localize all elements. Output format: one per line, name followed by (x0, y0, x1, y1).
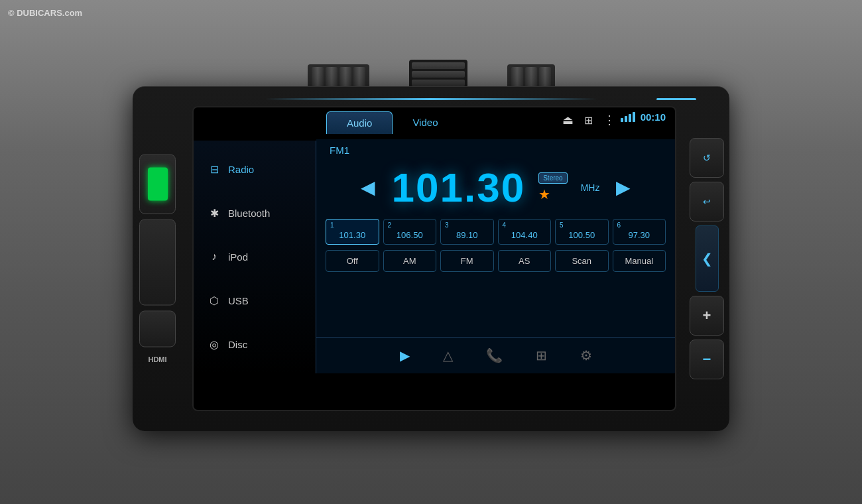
preset-button-3[interactable]: 3 89.10 (440, 219, 494, 245)
menu-item-ipod[interactable]: ♪ iPod (194, 244, 316, 269)
left-chevron-icon: ❮ (702, 251, 713, 267)
tab-video[interactable]: Video (393, 111, 458, 134)
signal-bar-3 (629, 114, 631, 122)
freq-next-button[interactable]: ▶ (613, 173, 634, 202)
scan-button[interactable]: Scan (555, 250, 609, 272)
usb-icon: ⬡ (207, 294, 221, 307)
eject-icon[interactable]: ⏏ (562, 113, 574, 127)
minus-icon: − (703, 351, 711, 368)
vent-h-slat (412, 62, 465, 69)
menu-item-radio[interactable]: ⊟ Radio (194, 157, 316, 182)
sidebar-menu: ⊟ Radio ✱ Bluetooth ♪ iPod ⬡ USB ◎ Dis (194, 141, 316, 373)
preset-num-6: 6 (617, 221, 621, 229)
menu-item-disc[interactable]: ◎ Disc (194, 332, 316, 357)
car-interior: © DUBICARS.com (0, 0, 862, 504)
vent-h-slat (412, 80, 465, 86)
green-indicator (148, 168, 168, 201)
preset-freq-3: 89.10 (444, 230, 491, 240)
menu-item-bluetooth[interactable]: ✱ Bluetooth (194, 200, 316, 226)
watermark: © DUBICARS.com (8, 8, 82, 18)
preset-num-5: 5 (560, 221, 564, 229)
right-panel: ↺ ↩ ❮ + − (690, 138, 724, 379)
preset-num-3: 3 (445, 221, 449, 229)
preset-num-2: 2 (388, 221, 392, 229)
freq-unit-area: Stereo ★ (538, 172, 567, 202)
preset-freq-2: 106.50 (387, 230, 434, 240)
preset-num-4: 4 (503, 221, 507, 229)
bluetooth-icon: ✱ (207, 207, 221, 220)
preset-button-1[interactable]: 1 101.30 (326, 219, 379, 245)
preset-button-5[interactable]: 5 100.50 (555, 219, 609, 245)
band-label: FM1 (330, 145, 349, 156)
apps-icon: ⊞ (536, 347, 547, 363)
as-button[interactable]: AS (498, 250, 552, 272)
fm-display: FM1 (316, 139, 675, 158)
frequency-area: ◀ 101.30 Stereo ★ MHz ▶ (316, 158, 675, 216)
volume-down-button[interactable]: − (690, 340, 724, 379)
right-btn-1[interactable]: ↺ (690, 138, 724, 178)
nav-play[interactable]: ▶ (400, 347, 410, 363)
blue-accent-top (265, 98, 597, 100)
time-display: 00:10 (641, 111, 666, 123)
tab-audio[interactable]: Audio (326, 111, 393, 134)
right-arrow-btn[interactable]: ❮ (696, 225, 719, 292)
preset-freq-4: 104.40 (501, 230, 548, 240)
nav-settings[interactable]: ⚙ (580, 347, 592, 363)
back-icon: ↩ (703, 196, 711, 207)
off-button[interactable]: Off (326, 250, 379, 272)
radio-icon: ⊟ (207, 163, 221, 176)
preset-button-6[interactable]: 6 97.30 (613, 219, 666, 245)
signal-bar-2 (625, 116, 627, 122)
preset-row: 1 101.30 2 106.50 3 89.10 4 104.40 (316, 216, 675, 247)
blue-accent-top-right (656, 98, 696, 100)
nav-nav[interactable]: △ (443, 347, 453, 363)
status-bar: 00:10 (611, 107, 675, 127)
signal-bars (621, 112, 635, 122)
equalizer-icon[interactable]: ⊞ (584, 114, 593, 127)
nav-icon: △ (443, 347, 453, 363)
bottom-nav: ▶ △ 📞 ⊞ ⚙ (316, 337, 675, 373)
menu-item-usb[interactable]: ⬡ USB (194, 288, 316, 314)
mhz-label: MHz (581, 182, 600, 193)
return-icon: ↺ (703, 153, 711, 163)
top-icons: ⏏ ⊞ ⋮ (562, 113, 615, 127)
hdmi-label: HDMI (148, 355, 166, 363)
fm-button[interactable]: FM (440, 250, 494, 272)
screen: 00:10 Audio Video ⏏ ⊞ ⋮ ⊟ (192, 106, 676, 411)
right-btn-2[interactable]: ↩ (690, 182, 724, 221)
main-content: FM1 ◀ 101.30 Stereo ★ MHz ▶ 1 (316, 139, 675, 373)
disc-icon: ◎ (207, 338, 221, 351)
preset-freq-5: 100.50 (558, 230, 605, 240)
preset-button-4[interactable]: 4 104.40 (498, 219, 552, 245)
left-small-button[interactable] (139, 311, 176, 347)
preset-num-1: 1 (330, 221, 334, 229)
left-scroll-button[interactable] (139, 220, 176, 306)
volume-up-button[interactable]: + (690, 296, 724, 336)
preset-button-2[interactable]: 2 106.50 (383, 219, 437, 245)
head-unit: HDMI 00:10 Audio Video (133, 86, 729, 431)
ipod-icon: ♪ (207, 251, 221, 263)
play-icon: ▶ (400, 347, 410, 363)
frequency-display: 101.30 (392, 164, 526, 211)
manual-button[interactable]: Manual (613, 250, 666, 272)
stereo-badge: Stereo (538, 172, 567, 184)
preset-freq-6: 97.30 (616, 230, 663, 240)
am-button[interactable]: AM (383, 250, 437, 272)
car-icon-button[interactable] (139, 155, 176, 214)
settings-icon: ⚙ (580, 347, 592, 363)
freq-prev-button[interactable]: ◀ (357, 173, 379, 202)
signal-bar-4 (633, 112, 635, 122)
phone-icon: 📞 (486, 347, 503, 363)
left-panel: HDMI (139, 155, 176, 363)
nav-apps[interactable]: ⊞ (536, 347, 547, 363)
preset-freq-1: 101.30 (329, 230, 376, 240)
favorite-star-icon[interactable]: ★ (538, 186, 567, 202)
more-icon[interactable]: ⋮ (603, 113, 615, 127)
vent-h-slat (412, 71, 465, 78)
nav-tabs: Audio Video (326, 111, 458, 134)
nav-phone[interactable]: 📞 (486, 347, 503, 363)
action-row: Off AM FM AS Scan Manual (316, 247, 675, 275)
plus-icon: + (703, 307, 711, 324)
signal-bar-1 (621, 118, 623, 122)
